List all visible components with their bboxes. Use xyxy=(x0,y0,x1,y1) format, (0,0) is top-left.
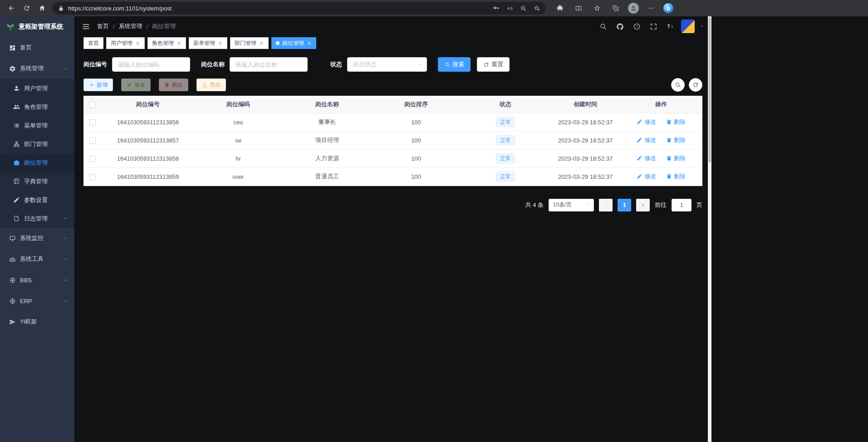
page-number-button[interactable]: 1 xyxy=(618,199,631,211)
read-aloud-button[interactable] xyxy=(503,3,516,14)
status-select[interactable]: 岗位状态 xyxy=(347,57,427,72)
collapse-sidebar-icon[interactable] xyxy=(82,22,90,31)
row-checkbox[interactable] xyxy=(89,156,96,162)
fullscreen-button[interactable] xyxy=(647,20,659,32)
row-checkbox[interactable] xyxy=(89,138,96,144)
delete-button[interactable]: 删除 xyxy=(159,79,188,91)
sidebar-item-monitoring[interactable]: 系统监控 xyxy=(0,228,74,249)
browser-menu-button[interactable] xyxy=(645,1,657,15)
zoom-button[interactable] xyxy=(516,3,530,14)
row-edit-link[interactable]: 修改 xyxy=(637,154,656,162)
sidebar-item-tools[interactable]: 系统工具 xyxy=(0,249,74,270)
post-name-input[interactable] xyxy=(230,57,308,72)
refresh-table-button[interactable] xyxy=(689,78,702,92)
browser-back-button[interactable] xyxy=(4,1,19,15)
tab-menus[interactable]: 菜单管理 xyxy=(189,37,227,49)
next-page-button[interactable] xyxy=(636,199,650,211)
sidebar-item-users[interactable]: 用户管理 xyxy=(0,79,74,98)
copilot-button[interactable]: b xyxy=(663,3,673,13)
sidebar-item-bbs[interactable]: BBS xyxy=(0,270,74,290)
saved-passwords-button[interactable] xyxy=(489,3,503,14)
app-header: 首页 / 系统管理 / 岗位管理 xyxy=(74,16,711,36)
book-icon xyxy=(13,178,20,185)
goto-suffix: 页 xyxy=(696,201,702,209)
row-delete-link[interactable]: 删除 xyxy=(666,136,686,144)
table-row[interactable]: 1641030593112313858 hr 人力资源 100 正常 2023-… xyxy=(83,149,702,167)
tab-label: 菜单管理 xyxy=(193,39,215,47)
collections-button[interactable] xyxy=(609,1,622,15)
address-bar[interactable]: https://ccnetcore.com:1101/system/post xyxy=(53,2,545,15)
lock-icon[interactable] xyxy=(58,5,64,11)
tab-posts-active[interactable]: 岗位管理 xyxy=(271,37,316,49)
add-favorite-button[interactable] xyxy=(530,3,544,14)
row-delete-link[interactable]: 删除 xyxy=(666,118,686,126)
goto-page-input[interactable] xyxy=(672,199,691,211)
sidebar-item-erp[interactable]: ERP xyxy=(0,290,74,311)
page-size-select[interactable]: 10条/页 xyxy=(549,199,594,211)
row-delete-link[interactable]: 删除 xyxy=(666,172,686,181)
caret-down-icon[interactable] xyxy=(700,24,704,29)
breadcrumb-home[interactable]: 首页 xyxy=(97,22,109,30)
reset-button[interactable]: 重置 xyxy=(477,57,510,72)
row-edit-link[interactable]: 修改 xyxy=(637,136,656,144)
sidebar-item-menus[interactable]: 菜单管理 xyxy=(0,116,74,135)
close-icon[interactable] xyxy=(307,41,312,46)
table-row[interactable]: 1641030593112313857 se 项目经理 100 正常 2023-… xyxy=(83,131,702,149)
sidebar-item-home[interactable]: 首页 xyxy=(0,37,74,58)
edit-button[interactable]: 修改 xyxy=(121,79,151,91)
tab-users[interactable]: 用户管理 xyxy=(106,37,145,49)
trash-icon xyxy=(666,137,672,143)
row-checkbox[interactable] xyxy=(89,119,96,126)
show-search-toggle-button[interactable] xyxy=(671,78,685,92)
close-icon[interactable] xyxy=(135,41,140,46)
sidebar-item-parameters[interactable]: 参数设置 xyxy=(0,191,74,209)
table-row[interactable]: 1641030593112313859 user 普通员工 100 正常 202… xyxy=(83,167,702,186)
font-size-button[interactable] xyxy=(664,20,676,32)
scrollbar-thumb[interactable] xyxy=(708,17,711,162)
sidebar-item-posts[interactable]: 岗位管理 xyxy=(0,153,74,172)
row-edit-link[interactable]: 修改 xyxy=(637,172,656,181)
browser-profile-button[interactable] xyxy=(628,3,639,14)
tab-home[interactable]: 首页 xyxy=(83,37,103,49)
fullscreen-icon xyxy=(650,23,657,30)
select-all-checkbox[interactable] xyxy=(89,102,96,108)
extensions-button[interactable] xyxy=(554,1,566,15)
chevron-left-icon xyxy=(603,202,608,208)
sidebar-item-dictionaries[interactable]: 字典管理 xyxy=(0,172,74,191)
tab-departments[interactable]: 部门管理 xyxy=(230,37,269,49)
github-link[interactable] xyxy=(614,20,626,32)
tab-roles[interactable]: 角色管理 xyxy=(147,37,186,49)
post-code-input[interactable] xyxy=(112,57,190,72)
user-avatar[interactable] xyxy=(681,20,695,33)
export-button[interactable]: 导出 xyxy=(196,79,226,91)
close-icon[interactable] xyxy=(177,41,181,46)
header-search-button[interactable] xyxy=(597,20,609,32)
split-screen-button[interactable] xyxy=(572,1,585,15)
app-root: 意框架管理系统 首页 系统管理 用户管理 角色管理 菜单管理 xyxy=(0,16,868,442)
column-created-time: 创建时间 xyxy=(551,96,620,113)
table-row[interactable]: 1641030593112313856 ceo 董事长 100 正常 2023-… xyxy=(83,113,702,131)
close-icon[interactable] xyxy=(259,41,264,46)
prev-page-button[interactable] xyxy=(599,199,613,211)
breadcrumb-current: 岗位管理 xyxy=(152,22,176,30)
close-icon[interactable] xyxy=(218,41,223,46)
browser-refresh-button[interactable] xyxy=(19,1,34,15)
page-scrollbar[interactable] xyxy=(708,16,711,442)
search-button[interactable]: 搜索 xyxy=(438,57,471,72)
favorites-button[interactable] xyxy=(591,1,603,15)
app-title: 意框架管理系统 xyxy=(19,23,63,31)
breadcrumb-system[interactable]: 系统管理 xyxy=(119,22,142,30)
browser-home-button[interactable] xyxy=(34,1,50,15)
sidebar-item-yi-framework[interactable]: Yi框架 xyxy=(0,311,74,332)
add-button[interactable]: 新增 xyxy=(83,79,113,91)
help-button[interactable] xyxy=(631,20,642,32)
sidebar-item-roles[interactable]: 角色管理 xyxy=(0,98,74,116)
sidebar-item-logs[interactable]: 日志管理 xyxy=(0,209,74,228)
puzzle-icon xyxy=(556,5,564,12)
url-text[interactable]: https://ccnetcore.com:1101/system/post xyxy=(68,5,489,12)
sidebar-item-system[interactable]: 系统管理 xyxy=(0,58,74,79)
sidebar-item-departments[interactable]: 部门管理 xyxy=(0,135,74,153)
row-edit-link[interactable]: 修改 xyxy=(637,118,656,126)
row-checkbox[interactable] xyxy=(89,174,96,180)
row-delete-link[interactable]: 删除 xyxy=(666,154,686,162)
